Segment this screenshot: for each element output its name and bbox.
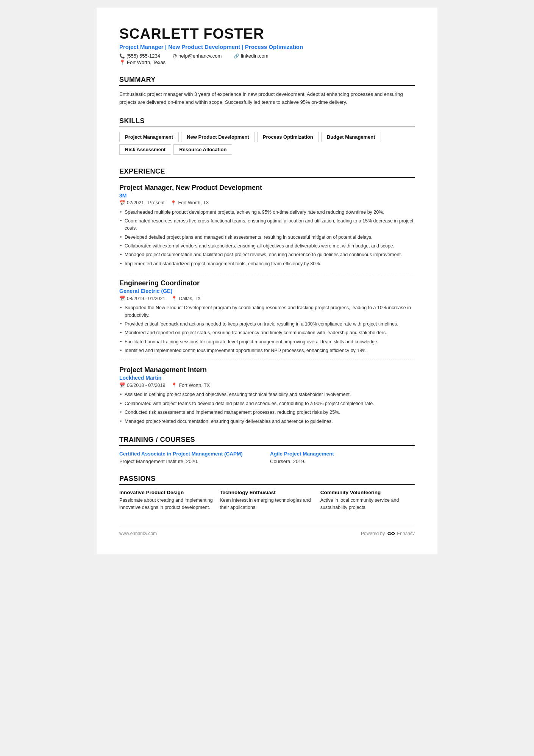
training-sub: Coursera, 2019. — [270, 459, 415, 464]
summary-text: Enthusiastic project manager with 3 year… — [119, 91, 415, 106]
bullet-item: Provided critical feedback and actions n… — [119, 321, 415, 328]
calendar-icon: 📅 — [119, 200, 125, 206]
passion-title: Technology Enthusiast — [220, 490, 314, 495]
job-date: 📅 08/2019 - 01/2021 — [119, 296, 165, 301]
passion-desc: Passionate about creating and implementi… — [119, 497, 214, 511]
job-meta: 📅 02/2021 - Present 📍 Fort Worth, TX — [119, 200, 415, 206]
footer-logo: Powered by Enhancv — [361, 531, 415, 536]
passion-item: Innovative Product Design Passionate abo… — [119, 490, 214, 511]
job-title: Project Management Intern — [119, 366, 415, 374]
job-entry: Engineering CoordinatorGeneral Electric … — [119, 279, 415, 360]
bullet-item: Managed project documentation and facili… — [119, 251, 415, 258]
linkedin-icon: 🔗 — [234, 53, 239, 59]
enhancv-brand: Enhancv — [397, 531, 415, 536]
powered-by-label: Powered by — [361, 531, 385, 536]
job-entry: Project Manager, New Product Development… — [119, 184, 415, 274]
training-title: Certified Associate in Project Managemen… — [119, 451, 264, 458]
location-icon: 📍 — [119, 59, 125, 65]
skills-title: SKILLS — [119, 117, 415, 127]
bullet-item: Spearheaded multiple product development… — [119, 209, 415, 216]
skills-section: SKILLS Project ManagementNew Product Dev… — [119, 117, 415, 157]
candidate-name: SCARLETT FOSTER — [119, 26, 415, 42]
location-pin-icon: 📍 — [171, 296, 177, 301]
passion-desc: Keen interest in emerging technologies a… — [220, 497, 314, 511]
training-item: Certified Associate in Project Managemen… — [119, 451, 264, 464]
summary-title: SUMMARY — [119, 76, 415, 86]
training-title: TRAINING / COURSES — [119, 436, 415, 446]
bullet-item: Implemented and standardized project man… — [119, 260, 415, 268]
bullet-item: Developed detailed project plans and man… — [119, 234, 415, 241]
job-entry: Project Management InternLockheed Martin… — [119, 366, 415, 425]
company-name: Lockheed Martin — [119, 375, 415, 381]
passion-item: Technology Enthusiast Keen interest in e… — [220, 490, 314, 511]
job-location: 📍 Fort Worth, TX — [170, 200, 209, 206]
enhancv-logo: Enhancv — [387, 531, 415, 536]
experience-title: EXPERIENCE — [119, 167, 415, 178]
location-contact: 📍 Fort Worth, Texas — [119, 59, 415, 65]
contact-row: 📞 (555) 555-1234 @ help@enhancv.com 🔗 li… — [119, 53, 415, 59]
passion-title: Community Volunteering — [320, 490, 415, 495]
skill-item: Risk Assessment — [119, 144, 171, 155]
passion-title: Innovative Product Design — [119, 490, 214, 495]
summary-section: SUMMARY Enthusiastic project manager wit… — [119, 76, 415, 106]
job-location: 📍 Fort Worth, TX — [171, 382, 210, 388]
enhancv-icon — [387, 531, 395, 536]
skill-item: Process Optimization — [257, 132, 319, 142]
calendar-icon: 📅 — [119, 382, 125, 388]
location-pin-icon: 📍 — [171, 382, 177, 388]
bullet-item: Monitored and reported on project status… — [119, 329, 415, 337]
job-location: 📍 Dallas, TX — [171, 296, 200, 301]
skill-item: Resource Allocation — [173, 144, 232, 155]
skill-item: New Product Development — [181, 132, 255, 142]
phone-icon: 📞 — [119, 53, 125, 59]
bullet-item: Supported the New Product Development pr… — [119, 304, 415, 319]
job-date: 📅 06/2018 - 07/2019 — [119, 382, 165, 388]
training-sub: Project Management Institute, 2020. — [119, 459, 264, 464]
passion-item: Community Volunteering Active in local c… — [320, 490, 415, 511]
location-pin-icon: 📍 — [170, 200, 176, 206]
passion-desc: Active in local community service and su… — [320, 497, 415, 511]
email-contact: @ help@enhancv.com — [172, 53, 222, 59]
passions-title: PASSIONS — [119, 475, 415, 485]
job-bullets: Supported the New Product Development pr… — [119, 304, 415, 354]
job-bullets: Spearheaded multiple product development… — [119, 209, 415, 268]
job-title: Engineering Coordinator — [119, 279, 415, 287]
passions-section: PASSIONS Innovative Product Design Passi… — [119, 475, 415, 511]
bullet-item: Managed project-related documentation, e… — [119, 418, 415, 425]
company-name: General Electric (GE) — [119, 288, 415, 294]
bullet-item: Collaborated with project teams to devel… — [119, 400, 415, 407]
bullet-item: Collaborated with external vendors and s… — [119, 243, 415, 250]
linkedin-contact: 🔗 linkedin.com — [234, 53, 268, 59]
header: SCARLETT FOSTER Project Manager | New Pr… — [119, 26, 415, 65]
resume-page: SCARLETT FOSTER Project Manager | New Pr… — [97, 8, 437, 554]
bullet-item: Facilitated annual training sessions for… — [119, 338, 415, 346]
skill-item: Project Management — [119, 132, 179, 142]
job-meta: 📅 08/2019 - 01/2021 📍 Dallas, TX — [119, 296, 415, 301]
experience-section: EXPERIENCE Project Manager, New Product … — [119, 167, 415, 425]
skill-item: Budget Management — [321, 132, 381, 142]
job-meta: 📅 06/2018 - 07/2019 📍 Fort Worth, TX — [119, 382, 415, 388]
bullet-item: Identified and implemented continuous im… — [119, 347, 415, 354]
calendar-icon: 📅 — [119, 296, 125, 301]
bullet-item: Conducted risk assessments and implement… — [119, 409, 415, 416]
training-title: Agile Project Management — [270, 451, 415, 458]
company-name: 3M — [119, 193, 415, 199]
bullet-item: Assisted in defining project scope and o… — [119, 391, 415, 398]
job-bullets: Assisted in defining project scope and o… — [119, 391, 415, 425]
bullet-item: Coordinated resources across five cross-… — [119, 218, 415, 232]
training-section: TRAINING / COURSES Certified Associate i… — [119, 436, 415, 464]
job-date: 📅 02/2021 - Present — [119, 200, 164, 206]
phone-contact: 📞 (555) 555-1234 — [119, 53, 160, 59]
job-title: Project Manager, New Product Development — [119, 184, 415, 192]
footer: www.enhancv.com Powered by Enhancv — [119, 526, 415, 536]
skills-grid: Project ManagementNew Product Developmen… — [119, 132, 415, 157]
training-item: Agile Project Management Coursera, 2019. — [270, 451, 415, 464]
candidate-subtitle: Project Manager | New Product Developmen… — [119, 44, 415, 50]
footer-website: www.enhancv.com — [119, 531, 157, 536]
email-icon: @ — [172, 53, 177, 59]
